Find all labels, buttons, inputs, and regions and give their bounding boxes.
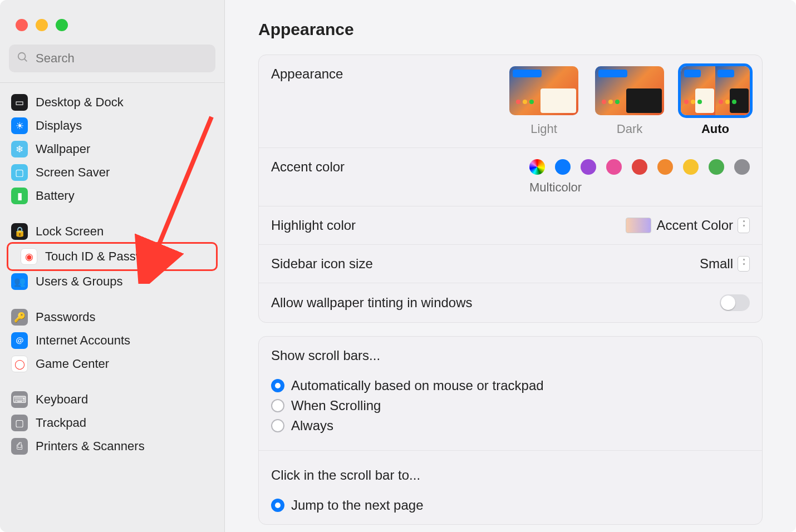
row-highlight-color: Highlight color Accent Color ˄˅ [259,206,762,245]
row-accent-color: Accent color Multicolor [259,148,762,206]
sidebar: ▭Desktop & Dock☀Displays❄Wallpaper▢Scree… [0,0,225,532]
divider [259,450,762,451]
highlight-control[interactable]: Accent Color ˄˅ [626,218,750,233]
sidebar-item-battery[interactable]: ▮Battery [4,184,220,208]
row-label: Allow wallpaper tinting in windows [271,295,720,311]
dropdown-stepper-icon[interactable]: ˄˅ [738,218,750,233]
minimize-icon[interactable] [36,19,48,31]
accent-swatch-0a7aff[interactable] [555,159,571,175]
tint-toggle[interactable] [720,294,750,311]
row-label: Highlight color [271,218,626,233]
radio-button-icon [271,399,284,412]
sidebar-item-lock-screen[interactable]: 🔒Lock Screen [4,220,220,243]
search-container [0,45,224,78]
radio-label: When Scrolling [291,398,381,413]
printers-scanners-icon: ⎙ [11,438,28,455]
sidebar-item-printers-scanners[interactable]: ⎙Printers & Scanners [4,435,220,458]
accent-swatch-4aae4f[interactable] [709,159,724,175]
sidebar-item-label: Displays [36,119,82,133]
accent-swatches [529,159,750,175]
divider [0,82,224,83]
appearance-option-label: Auto [701,122,729,136]
sidebar-item-label: Touch ID & Password [45,249,162,264]
click-scroll-radio-group: Jump to the next page [271,497,750,513]
sidebar-item-label: Screen Saver [36,165,110,180]
icon-size-control[interactable]: Small ˄˅ [700,256,750,272]
click-scroll-option[interactable]: Jump to the next page [271,497,750,513]
sidebar-item-game-center[interactable]: ◯Game Center [4,352,220,376]
radio-label: Always [291,418,333,434]
sidebar-item-desktop-dock[interactable]: ▭Desktop & Dock [4,91,220,114]
appearance-options: LightDarkAuto [509,66,750,136]
radio-label: Jump to the next page [291,497,424,513]
sidebar-item-label: Printers & Scanners [36,439,145,454]
sidebar-item-wallpaper[interactable]: ❄Wallpaper [4,137,220,161]
accent-swatch-multicolor[interactable] [529,159,545,175]
sidebar-item-label: Keyboard [36,392,88,407]
row-wallpaper-tint: Allow wallpaper tinting in windows [259,283,762,322]
battery-icon: ▮ [11,188,28,204]
scroll-option[interactable]: Automatically based on mouse or trackpad [271,378,750,393]
sidebar-item-displays[interactable]: ☀Displays [4,114,220,137]
appearance-option-dark[interactable]: Dark [595,66,664,136]
scroll-option[interactable]: When Scrolling [271,398,750,413]
svg-line-1 [24,59,27,62]
click-scroll-heading: Click in the scroll bar to... [271,467,750,483]
icon-size-value: Small [700,256,733,272]
sidebar-item-label: Trackpad [36,416,86,430]
accent-swatch-9a48d6[interactable] [581,159,596,175]
accent-swatch-e94f9a[interactable] [606,159,622,175]
row-sidebar-icon-size: Sidebar icon size Small ˄˅ [259,245,762,283]
sidebar-item-internet-accounts[interactable]: ＠Internet Accounts [4,329,220,352]
sidebar-item-keyboard[interactable]: ⌨Keyboard [4,388,220,411]
accent-swatch-f7c32e[interactable] [683,159,699,175]
appearance-thumb-auto [681,66,750,115]
search-icon [17,51,29,66]
scroll-option[interactable]: Always [271,418,750,434]
internet-accounts-icon: ＠ [11,332,28,349]
system-settings-window: ▭Desktop & Dock☀Displays❄Wallpaper▢Scree… [0,0,796,532]
search-field[interactable] [9,45,215,72]
sidebar-item-trackpad[interactable]: ▢Trackpad [4,411,220,435]
radio-button-icon [271,499,284,512]
sidebar-item-label: Game Center [36,357,109,371]
close-icon[interactable] [16,19,28,31]
screen-saver-icon: ▢ [11,164,28,181]
scroll-panel: Show scroll bars... Automatically based … [258,336,763,525]
passwords-icon: 🔑 [11,309,28,326]
users-groups-icon: 👥 [11,273,28,290]
displays-icon: ☀ [11,117,28,134]
maximize-icon[interactable] [56,19,68,31]
highlight-value: Accent Color [657,218,733,233]
dropdown-stepper-icon[interactable]: ˄˅ [738,256,750,272]
game-center-icon: ◯ [11,356,28,372]
sidebar-item-label: Passwords [36,310,96,324]
sidebar-item-passwords[interactable]: 🔑Passwords [4,306,220,329]
sidebar-item-label: Desktop & Dock [36,95,124,110]
sidebar-item-label: Lock Screen [36,224,104,239]
appearance-option-auto[interactable]: Auto [681,66,750,136]
appearance-option-label: Light [530,122,557,136]
accent-swatch-8e8e93[interactable] [734,159,750,175]
sidebar-item-label: Wallpaper [36,142,90,156]
sidebar-nav: ▭Desktop & Dock☀Displays❄Wallpaper▢Scree… [0,88,224,460]
accent-swatch-e0443e[interactable] [632,159,647,175]
svg-point-0 [18,53,26,60]
sidebar-item-touch-id-password[interactable]: ◉Touch ID & Password [14,245,210,268]
sidebar-item-label: Battery [36,189,75,203]
row-label: Appearance [271,66,509,82]
sidebar-item-label: Internet Accounts [36,333,130,348]
appearance-thumb-dark [595,66,664,115]
highlight-swatch-icon [626,218,651,233]
main-content: Appearance Appearance LightDarkAuto Acce… [225,0,796,532]
search-input[interactable] [36,51,208,66]
radio-label: Automatically based on mouse or trackpad [291,378,544,393]
appearance-option-light[interactable]: Light [509,66,578,136]
sidebar-item-users-groups[interactable]: 👥Users & Groups [4,270,220,293]
row-label: Sidebar icon size [271,256,700,272]
sidebar-item-screen-saver[interactable]: ▢Screen Saver [4,161,220,184]
desktop-dock-icon: ▭ [11,94,28,111]
row-label: Accent color [271,159,529,175]
page-title: Appearance [258,20,763,39]
accent-swatch-f0892f[interactable] [657,159,673,175]
